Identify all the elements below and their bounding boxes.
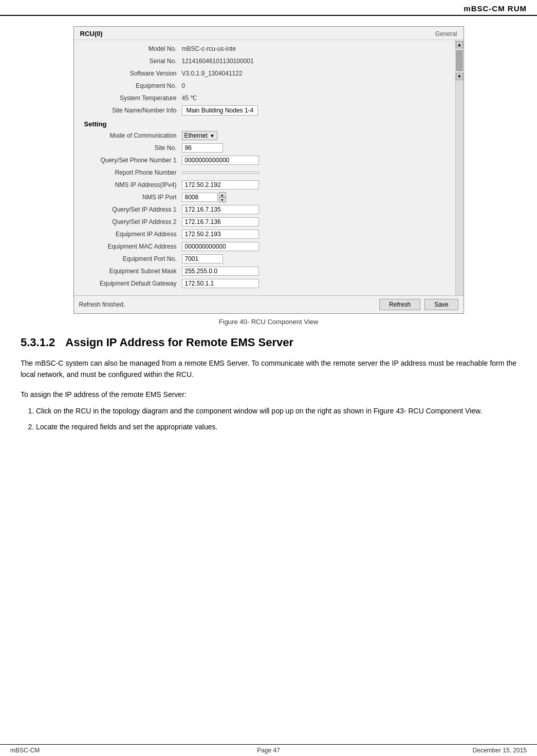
equip-mac-input[interactable]: 000000000000	[182, 242, 259, 251]
query-ip2-input[interactable]: 172.16.7.136	[182, 217, 259, 226]
mode-comm-label: Mode of Communication	[79, 132, 182, 139]
window-footer: Refresh finished. Refresh Save	[74, 295, 464, 313]
header-title: mBSC-CM RUM	[464, 4, 527, 13]
scrollbar[interactable]: ▲ ▼	[455, 40, 464, 295]
footer-center: Page 47	[257, 747, 280, 754]
nms-ip-input[interactable]: 172.50.2.192	[182, 180, 259, 190]
instruction-list: Click on the RCU in the topology diagram…	[36, 405, 516, 432]
site-name-label: Site Name/Number Info	[79, 107, 182, 114]
serial-no-value: 121416046101130100001	[182, 58, 254, 65]
spinbox-up-button[interactable]: ▲	[219, 192, 226, 197]
site-no-label: Site No.	[79, 144, 182, 152]
window-titlebar: RCU(0) General	[74, 27, 464, 40]
equip-gateway-row: Equipment Default Gateway 172.50.1.1	[79, 278, 450, 289]
equip-subnet-input[interactable]: 255.255.0.0	[182, 267, 259, 276]
mode-comm-value: Ethernet	[184, 132, 208, 139]
software-version-row: Software Version V3.0.1.9_1304041122	[79, 68, 450, 79]
nms-port-spinbox: 8008 ▲ ▼	[182, 192, 226, 202]
site-name-row: Site Name/Number Info Main Building Node…	[79, 105, 450, 116]
component-window: RCU(0) General Model No. mBSC-c-rcu-us-i…	[73, 26, 464, 314]
scrollbar-up-button[interactable]: ▲	[456, 41, 463, 48]
scrollbar-thumb[interactable]	[456, 50, 462, 71]
query-ip1-input[interactable]: 172.16.7.135	[182, 205, 259, 214]
equip-port-row: Equipment Port No. 7001	[79, 253, 450, 264]
query-ip1-label: Query/Set IP Address 1	[79, 206, 182, 213]
equip-ip-row: Equipment IP Address 172.50.2.193	[79, 229, 450, 240]
footer-right: December 15, 2015	[473, 747, 527, 754]
equip-gateway-input[interactable]: 172.50.1.1	[182, 279, 259, 288]
report-phone-label: Report Phone Number	[79, 169, 182, 176]
query-ip2-row: Query/Set IP Address 2 172.16.7.136	[79, 216, 450, 228]
footer-left: mBSC-CM	[10, 747, 40, 754]
info-section: Model No. mBSC-c-rcu-us-inte Serial No. …	[79, 43, 450, 116]
nms-port-input[interactable]: 8008	[182, 193, 218, 202]
equip-subnet-row: Equipment Subnet Mask 255.255.0.0	[79, 266, 450, 277]
window-tab: General	[435, 30, 457, 37]
refresh-button[interactable]: Refresh	[379, 299, 420, 310]
report-phone-row: Report Phone Number	[79, 167, 450, 178]
system-temp-label: System Temperature	[79, 94, 182, 102]
equip-port-input[interactable]: 7001	[182, 254, 223, 263]
site-name-value: Main Building Nodes 1-4	[182, 105, 258, 116]
equip-port-label: Equipment Port No.	[79, 255, 182, 262]
spinbox-buttons: ▲ ▼	[219, 192, 226, 202]
equipment-no-row: Equipment No. 0	[79, 80, 450, 91]
serial-no-row: Serial No. 121416046101130100001	[79, 55, 450, 67]
equipment-no-label: Equipment No.	[79, 82, 182, 89]
report-phone-input[interactable]	[182, 172, 259, 174]
save-button[interactable]: Save	[424, 299, 458, 310]
list-item-2: Locate the required fields and set the a…	[36, 421, 516, 432]
software-version-value: V3.0.1.9_1304041122	[182, 70, 243, 77]
scroll-area: Model No. mBSC-c-rcu-us-inte Serial No. …	[74, 40, 455, 295]
query-phone1-row: Query/Set Phone Number 1 0000000000000	[79, 155, 450, 166]
section-title: Assign IP Address for Remote EMS Server	[65, 336, 293, 349]
equip-mac-row: Equipment MAC Address 000000000000	[79, 241, 450, 252]
figure-container: RCU(0) General Model No. mBSC-c-rcu-us-i…	[73, 26, 464, 326]
list-item-1: Click on the RCU in the topology diagram…	[36, 405, 516, 417]
model-no-row: Model No. mBSC-c-rcu-us-inte	[79, 43, 450, 54]
page-header: mBSC-CM RUM	[0, 0, 537, 16]
setting-label: Setting	[84, 120, 450, 128]
footer-status: Refresh finished.	[79, 301, 125, 308]
window-body: Model No. mBSC-c-rcu-us-inte Serial No. …	[74, 40, 464, 295]
equipment-no-value: 0	[182, 82, 186, 89]
model-no-label: Model No.	[79, 45, 182, 52]
model-no-value: mBSC-c-rcu-us-inte	[182, 45, 236, 52]
equip-ip-input[interactable]: 172.50.2.193	[182, 230, 259, 239]
mode-comm-row: Mode of Communication Ethernet ▼	[79, 130, 450, 141]
spinbox-down-button[interactable]: ▼	[219, 197, 226, 202]
query-phone1-label: Query/Set Phone Number 1	[79, 157, 182, 164]
software-version-label: Software Version	[79, 70, 182, 77]
window-title: RCU(0)	[80, 30, 103, 37]
site-no-row: Site No. 96	[79, 142, 450, 154]
dropdown-arrow-icon: ▼	[210, 133, 215, 139]
figure-caption: Figure 40- RCU Component View	[73, 318, 464, 326]
nms-ip-label: NMS IP Address(IPv4)	[79, 181, 182, 188]
site-no-input[interactable]: 96	[182, 143, 223, 153]
paragraph-2: To assign the IP address of the remote E…	[21, 389, 516, 400]
nms-ip-row: NMS IP Address(IPv4) 172.50.2.192	[79, 179, 450, 191]
nms-port-label: NMS IP Port	[79, 194, 182, 201]
system-temp-row: System Temperature 45 ℃	[79, 92, 450, 104]
equip-gateway-label: Equipment Default Gateway	[79, 280, 182, 287]
paragraph-1: The mBSC-C system can also be managed fr…	[21, 357, 516, 381]
query-phone1-input[interactable]: 0000000000000	[182, 156, 259, 165]
equip-mac-label: Equipment MAC Address	[79, 243, 182, 250]
query-ip2-label: Query/Set IP Address 2	[79, 218, 182, 225]
section-heading: 5.3.1.2 Assign IP Address for Remote EMS…	[21, 336, 516, 349]
system-temp-value: 45 ℃	[182, 94, 197, 102]
settings-section: Mode of Communication Ethernet ▼ Site No…	[79, 130, 450, 289]
nms-port-row: NMS IP Port 8008 ▲ ▼	[79, 192, 450, 203]
footer-buttons: Refresh Save	[379, 299, 458, 310]
mode-comm-dropdown[interactable]: Ethernet ▼	[182, 131, 217, 140]
scrollbar-down-button[interactable]: ▼	[456, 73, 463, 80]
query-ip1-row: Query/Set IP Address 1 172.16.7.135	[79, 204, 450, 215]
equip-ip-label: Equipment IP Address	[79, 231, 182, 238]
section-number: 5.3.1.2	[21, 336, 55, 349]
serial-no-label: Serial No.	[79, 58, 182, 65]
equip-subnet-label: Equipment Subnet Mask	[79, 268, 182, 275]
